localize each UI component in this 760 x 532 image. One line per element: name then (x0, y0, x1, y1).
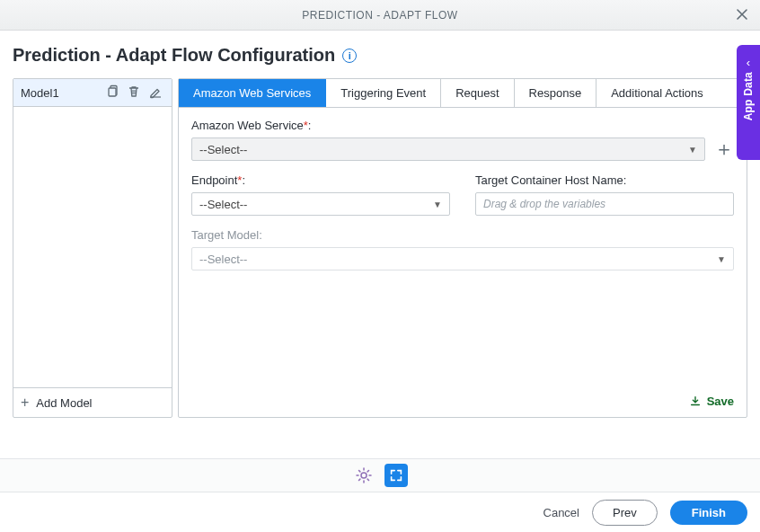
host-label: Target Container Host Name: (475, 173, 734, 187)
app-data-label: App Data (742, 72, 755, 133)
plus-icon: + (21, 395, 29, 410)
tab-triggering-event[interactable]: Triggering Event (326, 79, 441, 107)
model-item-name: Model1 (21, 86, 59, 100)
tab-amazon-web-services[interactable]: Amazon Web Services (179, 79, 326, 107)
tabs: Amazon Web Services Triggering Event Req… (179, 79, 747, 108)
add-model-button[interactable]: + Add Model (13, 387, 172, 417)
close-icon[interactable] (735, 7, 751, 23)
form-footer: Save (179, 386, 747, 417)
caret-down-icon: ▼ (688, 145, 697, 155)
endpoint-select-value: --Select-- (199, 198, 247, 211)
chevron-left-icon: ‹ (737, 56, 760, 69)
target-model-value: --Select-- (199, 253, 247, 266)
form-area: Amazon Web Service*: --Select-- ▼ ＋ Endp… (179, 108, 747, 386)
add-model-label: Add Model (36, 396, 92, 410)
trash-icon[interactable] (127, 84, 143, 101)
edit-icon[interactable] (148, 84, 164, 101)
svg-point-1 (361, 473, 367, 478)
prev-button[interactable]: Prev (592, 500, 658, 526)
app-data-side-tab[interactable]: ‹ App Data (737, 45, 760, 160)
copy-icon[interactable] (105, 84, 121, 101)
gear-icon[interactable] (352, 464, 376, 487)
tab-response[interactable]: Response (515, 79, 597, 107)
fullscreen-icon[interactable] (384, 464, 408, 487)
models-list-pane: Model1 + Add Model (13, 78, 172, 418)
target-model-select: --Select-- ▼ (191, 247, 734, 270)
dialog-title: PREDICTION - ADAPT FLOW (302, 9, 457, 22)
dialog-titlebar: PREDICTION - ADAPT FLOW (0, 0, 760, 31)
endpoint-label: Endpoint*: (191, 173, 450, 187)
add-aws-button[interactable]: ＋ (714, 139, 734, 159)
tab-request[interactable]: Request (441, 79, 514, 107)
download-icon (689, 395, 702, 408)
caret-down-icon: ▼ (433, 200, 442, 209)
info-icon[interactable]: i (342, 49, 357, 63)
wizard-footer: Cancel Prev Finish (0, 492, 760, 532)
save-label: Save (707, 395, 734, 408)
endpoint-select[interactable]: --Select-- ▼ (191, 192, 450, 216)
bottom-toolbar (0, 458, 760, 492)
page-title: Prediction - Adapt Flow Configuration (13, 45, 335, 66)
save-button[interactable]: Save (689, 395, 734, 408)
svg-rect-0 (109, 88, 116, 96)
aws-select-value: --Select-- (199, 143, 247, 156)
target-host-input[interactable] (475, 192, 734, 216)
cancel-button[interactable]: Cancel (543, 506, 579, 519)
tab-additional-actions[interactable]: Additional Actions (597, 79, 718, 107)
target-model-label: Target Model: (191, 228, 734, 242)
finish-button[interactable]: Finish (670, 501, 747, 525)
model-item[interactable]: Model1 (13, 79, 172, 107)
aws-label: Amazon Web Service*: (191, 119, 734, 132)
caret-down-icon: ▼ (717, 254, 726, 264)
page-header: Prediction - Adapt Flow Configuration i (0, 31, 760, 78)
aws-select[interactable]: --Select-- ▼ (191, 137, 705, 161)
config-pane: Amazon Web Services Triggering Event Req… (178, 78, 747, 418)
